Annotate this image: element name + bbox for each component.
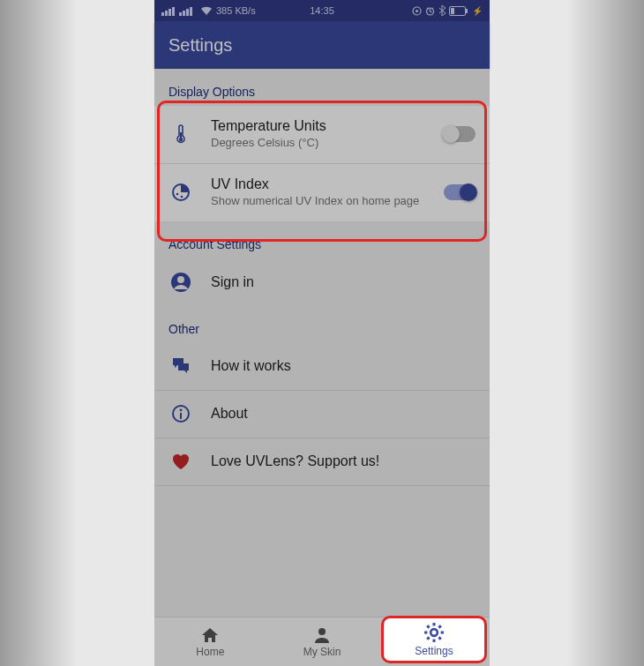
nav-label: Settings <box>415 647 453 659</box>
nav-my-skin[interactable]: My Skin <box>266 617 378 666</box>
row-title: Sign in <box>211 274 254 290</box>
home-icon <box>200 626 220 644</box>
svg-point-22 <box>180 409 183 412</box>
bottom-nav: Home My Skin Settings <box>154 617 490 666</box>
row-about[interactable]: About <box>154 391 490 438</box>
svg-rect-6 <box>186 9 189 16</box>
status-time: 14:35 <box>310 5 334 16</box>
svg-line-30 <box>428 628 430 630</box>
lock-icon <box>412 6 422 16</box>
app-bar: Settings <box>154 21 490 69</box>
row-how-it-works[interactable]: How it works <box>154 343 490 391</box>
svg-point-24 <box>318 628 326 635</box>
svg-rect-1 <box>165 11 168 16</box>
nav-label: My Skin <box>303 646 341 658</box>
nav-settings[interactable]: Settings <box>378 617 490 666</box>
svg-rect-12 <box>466 9 468 13</box>
toggle-temperature-units[interactable] <box>444 126 476 142</box>
row-subtitle: Degrees Celsius (°C) <box>211 136 435 151</box>
signal-icon <box>161 5 197 16</box>
display-options-card: Temperature Units Degrees Celsius (°C) U… <box>154 106 490 221</box>
section-header-other: Other <box>154 306 490 343</box>
svg-point-20 <box>177 276 184 283</box>
svg-rect-5 <box>183 11 185 16</box>
network-speed: 385 KB/s <box>216 5 256 16</box>
info-icon <box>168 404 193 423</box>
row-title: Temperature Units <box>211 118 435 134</box>
svg-point-9 <box>416 10 418 12</box>
svg-rect-7 <box>190 7 192 16</box>
svg-rect-2 <box>168 9 171 16</box>
svg-point-25 <box>431 632 437 638</box>
gear-icon <box>424 625 444 645</box>
svg-line-31 <box>438 640 440 641</box>
content-area: Display Options Temperature Units Degree… <box>154 69 490 617</box>
svg-rect-0 <box>161 12 164 16</box>
section-header-account: Account Settings <box>154 221 490 258</box>
phone-frame: 385 KB/s 14:35 ⚡ Settings Display Option… <box>154 0 490 666</box>
chat-icon <box>168 356 193 376</box>
toggle-uv-index[interactable] <box>444 184 476 200</box>
alarm-icon <box>425 6 435 16</box>
page-title: Settings <box>168 35 232 56</box>
battery-icon <box>449 6 468 16</box>
svg-point-18 <box>181 196 183 198</box>
status-bar: 385 KB/s 14:35 ⚡ <box>154 0 490 21</box>
row-sign-in[interactable]: Sign in <box>154 258 490 306</box>
svg-rect-3 <box>172 7 175 16</box>
svg-point-14 <box>179 138 183 141</box>
wifi-icon <box>200 5 213 16</box>
nav-home[interactable]: Home <box>154 617 266 666</box>
charging-icon: ⚡ <box>472 6 483 16</box>
person-icon <box>313 626 331 644</box>
section-header-display: Display Options <box>154 69 490 106</box>
svg-line-33 <box>438 628 440 630</box>
row-support-us[interactable]: Love UVLens? Support us! <box>154 438 490 486</box>
nav-label: Home <box>196 646 224 658</box>
thermometer-icon <box>168 123 193 145</box>
row-title: UV Index <box>211 176 435 192</box>
row-title: Love UVLens? Support us! <box>211 453 379 469</box>
account-icon <box>168 272 193 293</box>
row-title: About <box>211 406 248 422</box>
uv-index-icon <box>168 183 193 202</box>
row-subtitle: Show numerical UV Index on home page <box>211 194 435 209</box>
heart-icon <box>168 453 193 470</box>
svg-line-32 <box>428 640 430 641</box>
bluetooth-icon <box>438 5 446 16</box>
svg-rect-4 <box>179 12 182 16</box>
svg-rect-23 <box>180 413 182 419</box>
svg-point-17 <box>176 193 179 196</box>
row-uv-index[interactable]: UV Index Show numerical UV Index on home… <box>154 163 490 221</box>
row-temperature-units[interactable]: Temperature Units Degrees Celsius (°C) <box>154 106 490 163</box>
row-title: How it works <box>211 358 291 374</box>
svg-rect-13 <box>451 8 454 14</box>
